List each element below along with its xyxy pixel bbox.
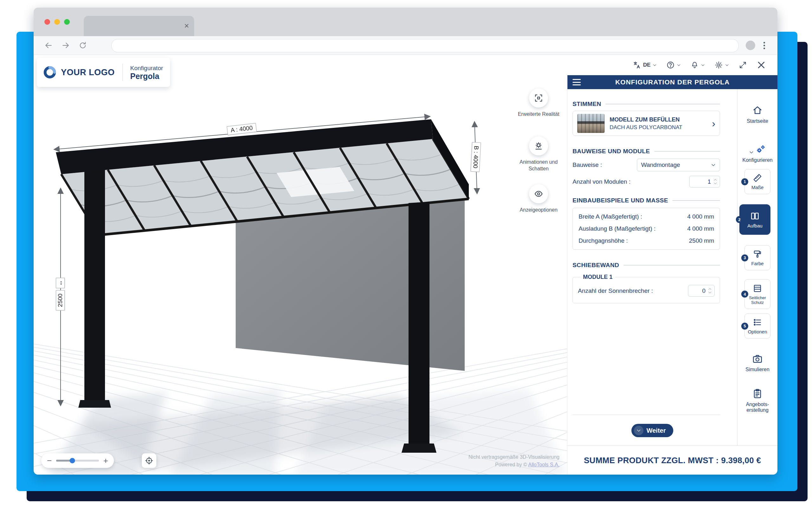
- paint-roller-icon: [753, 249, 762, 259]
- nav-angebotserstellung[interactable]: Angebots- erstellung: [746, 388, 769, 413]
- module-count-label: Anzahl von Modulen :: [572, 178, 631, 185]
- section-masse: EINBAUBEISPIELE UND MASSE: [572, 197, 720, 204]
- masse-row: Breite A (Maßgefertigt) : 4 000 mm: [578, 213, 714, 220]
- close-window-button[interactable]: [44, 19, 50, 25]
- brand-logo-icon: [43, 66, 57, 79]
- animations-shadows-button[interactable]: [529, 137, 548, 156]
- sonnenbrecher-input[interactable]: 0: [688, 285, 715, 297]
- minimize-window-button[interactable]: [54, 19, 60, 25]
- reload-button[interactable]: [77, 40, 88, 51]
- viewport-3d[interactable]: A : 4000 B : 4000 2500 ↔ Erweiterte Real…: [33, 75, 567, 475]
- maximize-window-button[interactable]: [64, 19, 70, 25]
- weiter-button[interactable]: Weiter: [631, 424, 673, 437]
- zoom-slider-knob[interactable]: [70, 458, 75, 463]
- tool-display-options: Anzeigeoptionen: [512, 184, 565, 213]
- powered-by-text: Powered by ©: [495, 462, 527, 467]
- chevron-down-icon: [725, 63, 729, 67]
- browser-tabstrip: ×: [33, 8, 778, 36]
- chevron-right-icon: ›: [712, 118, 716, 129]
- stepper-down-icon[interactable]: [708, 291, 712, 294]
- panel-title: KONFIGURATION DER PERGOLA: [615, 78, 730, 86]
- stepper-up-icon[interactable]: [708, 288, 712, 290]
- stepper-up-icon[interactable]: [713, 179, 717, 181]
- display-options-button[interactable]: [529, 184, 548, 203]
- tab-close-icon[interactable]: ×: [184, 20, 189, 31]
- browser-menu-icon[interactable]: [760, 41, 769, 50]
- dimensions-box: Breite A (Maßgefertigt) : 4 000 mm Ausla…: [572, 208, 720, 250]
- divider: [122, 64, 123, 81]
- zoom-in-button[interactable]: +: [103, 456, 108, 465]
- product-title: Pergola: [130, 72, 163, 81]
- product-subtitle: Konfigurator: [130, 64, 163, 72]
- step-farbe[interactable]: 3 Farbe: [744, 245, 771, 270]
- chevron-down-icon: [676, 63, 681, 67]
- bauweise-select[interactable]: Wandmontage: [637, 159, 720, 171]
- window-controls: [44, 19, 70, 25]
- settings-menu[interactable]: [715, 61, 729, 69]
- ar-button[interactable]: [529, 88, 548, 107]
- allotools-link[interactable]: AlloTools S.A.: [528, 462, 559, 467]
- step-badge: 3: [741, 254, 748, 261]
- chevron-down-icon: [711, 162, 716, 168]
- browser-tab[interactable]: ×: [84, 16, 194, 36]
- config-column: STIMMEN MODELL ZUM BEFÜLLEN DACH AUS POL…: [567, 89, 737, 445]
- tool-augmented-reality: Erweiterte Realität: [512, 88, 565, 117]
- nav-simulieren[interactable]: Simulieren: [745, 353, 770, 372]
- gears-icon: [755, 144, 766, 155]
- divider: [572, 415, 720, 415]
- nav-startseite[interactable]: Startseite: [747, 105, 768, 124]
- section-schiebewand: SCHIEBEWAND: [572, 262, 720, 269]
- sun-shadow-icon: [534, 141, 543, 151]
- masse-row: Durchgagnshöhe : 2500 mm: [578, 237, 714, 244]
- zoom-out-button[interactable]: −: [47, 456, 52, 465]
- step-badge: 4: [741, 290, 748, 298]
- step-seitlicher-schutz[interactable]: 4 Seitlicher Schutz: [744, 279, 771, 309]
- pergola-3d-scene: [33, 75, 567, 475]
- language-selector[interactable]: DE: [633, 61, 657, 69]
- tool-animations-shadows: Animationen und Schatten: [512, 137, 565, 172]
- address-bar[interactable]: [111, 39, 739, 52]
- language-label: DE: [643, 62, 650, 68]
- camera-icon: [752, 353, 763, 364]
- model-thumbnail: [577, 114, 605, 133]
- bell-icon: [691, 61, 699, 69]
- forward-button[interactable]: [60, 40, 71, 51]
- step-badge: 5: [741, 323, 748, 330]
- clipboard-icon: [752, 388, 763, 399]
- target-icon: [145, 456, 154, 465]
- total-price: SUMME PRODUKT ZZGL. MWST : 9.398,00 €: [584, 455, 761, 466]
- dimension-label-b: B : 4000: [471, 142, 481, 172]
- stage: ×: [0, 0, 812, 506]
- close-configurator-button[interactable]: [756, 60, 766, 70]
- notifications-menu[interactable]: [691, 61, 705, 69]
- module1-fieldset: MODULE 1 Anzahl der Sonnenbrecher : 0: [572, 274, 720, 303]
- configuration-panel: KONFIGURATION DER PERGOLA STIMMEN MODELL…: [567, 75, 778, 475]
- fullscreen-button[interactable]: [739, 61, 747, 69]
- model-card[interactable]: MODELL ZUM BEFÜLLEN DACH AUS POLYCARBONA…: [572, 111, 720, 136]
- expand-icon: [739, 61, 747, 69]
- profile-avatar[interactable]: [746, 40, 755, 50]
- disclaimer-text: Nicht vertragsgemäße 3D-Visualisierung: [468, 453, 559, 461]
- back-button[interactable]: [43, 40, 54, 51]
- ar-icon: [534, 93, 543, 103]
- chevron-down-circle-icon: [634, 426, 643, 435]
- nav-konfigurieren[interactable]: Konfigurieren: [742, 144, 773, 163]
- section-bauweise: BAUWEISE UND MODULE: [572, 148, 720, 155]
- panel-header: KONFIGURATION DER PERGOLA: [567, 75, 778, 89]
- zoom-control: − +: [41, 453, 114, 468]
- step-aufbau[interactable]: 2 Aufbau: [739, 204, 771, 235]
- module1-legend: MODULE 1: [580, 274, 615, 280]
- options-list-icon: [753, 318, 762, 327]
- model-title: MODELL ZUM BEFÜLLEN: [610, 116, 682, 124]
- side-screen-icon: [753, 283, 762, 293]
- step-badge: 1: [741, 178, 748, 185]
- step-masse[interactable]: 1 Maße: [744, 169, 771, 194]
- zoom-slider[interactable]: [56, 460, 99, 461]
- module-count-input[interactable]: 1: [689, 176, 720, 187]
- menu-icon[interactable]: [572, 79, 581, 85]
- viewport-disclaimer: Nicht vertragsgemäße 3D-Visualisierung P…: [468, 453, 559, 469]
- recenter-button[interactable]: [142, 453, 156, 468]
- stepper-down-icon[interactable]: [713, 182, 717, 185]
- step-optionen[interactable]: 5 Optionen: [744, 314, 771, 338]
- help-menu[interactable]: [666, 61, 681, 69]
